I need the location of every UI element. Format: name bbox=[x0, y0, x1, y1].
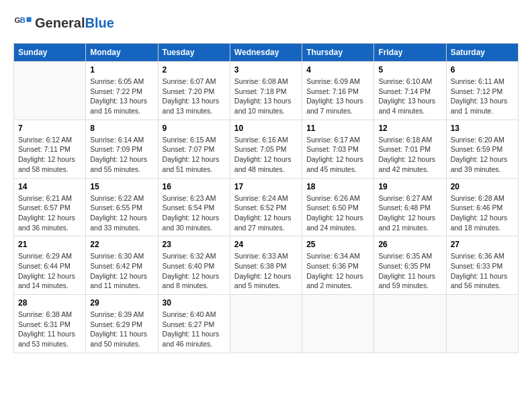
calendar-cell: 13Sunrise: 6:20 AMSunset: 6:59 PMDayligh… bbox=[446, 120, 518, 178]
header-day-wednesday: Wednesday bbox=[230, 44, 302, 62]
day-number: 30 bbox=[163, 298, 226, 308]
calendar-week-2: 7Sunrise: 6:12 AMSunset: 7:11 PMDaylight… bbox=[14, 120, 519, 178]
calendar-cell: 21Sunrise: 6:29 AMSunset: 6:44 PMDayligh… bbox=[14, 236, 86, 295]
calendar-cell: 3Sunrise: 6:08 AMSunset: 7:18 PMDaylight… bbox=[230, 62, 302, 120]
day-info: Sunrise: 6:24 AMSunset: 6:52 PMDaylight:… bbox=[234, 193, 298, 233]
calendar-cell bbox=[446, 295, 518, 353]
day-number: 26 bbox=[378, 240, 441, 249]
day-number: 23 bbox=[163, 240, 226, 249]
calendar-cell: 10Sunrise: 6:16 AMSunset: 7:05 PMDayligh… bbox=[230, 120, 302, 178]
calendar-cell: 27Sunrise: 6:36 AMSunset: 6:33 PMDayligh… bbox=[446, 236, 518, 295]
day-number: 12 bbox=[378, 124, 441, 133]
day-info: Sunrise: 6:27 AMSunset: 6:48 PMDaylight:… bbox=[378, 193, 441, 233]
calendar-cell: 25Sunrise: 6:34 AMSunset: 6:36 PMDayligh… bbox=[302, 236, 374, 295]
day-info: Sunrise: 6:33 AMSunset: 6:38 PMDaylight:… bbox=[234, 251, 298, 291]
calendar-cell: 14Sunrise: 6:21 AMSunset: 6:57 PMDayligh… bbox=[14, 178, 86, 236]
header-day-monday: Monday bbox=[86, 44, 158, 62]
calendar-cell: 8Sunrise: 6:14 AMSunset: 7:09 PMDaylight… bbox=[86, 120, 158, 178]
day-number: 27 bbox=[451, 240, 514, 249]
day-number: 5 bbox=[378, 65, 441, 75]
day-info: Sunrise: 6:15 AMSunset: 7:07 PMDaylight:… bbox=[163, 135, 226, 175]
calendar-week-3: 14Sunrise: 6:21 AMSunset: 6:57 PMDayligh… bbox=[14, 178, 519, 236]
header-day-saturday: Saturday bbox=[446, 44, 518, 62]
calendar-cell: 18Sunrise: 6:26 AMSunset: 6:50 PMDayligh… bbox=[302, 178, 374, 236]
day-info: Sunrise: 6:30 AMSunset: 6:42 PMDaylight:… bbox=[90, 251, 153, 291]
day-number: 22 bbox=[90, 240, 153, 249]
svg-text:G: G bbox=[14, 16, 20, 24]
day-info: Sunrise: 6:23 AMSunset: 6:54 PMDaylight:… bbox=[163, 193, 226, 233]
day-info: Sunrise: 6:20 AMSunset: 6:59 PMDaylight:… bbox=[451, 135, 514, 175]
calendar-week-1: 1Sunrise: 6:05 AMSunset: 7:22 PMDaylight… bbox=[14, 62, 519, 120]
day-info: Sunrise: 6:09 AMSunset: 7:16 PMDaylight:… bbox=[306, 77, 369, 116]
day-number: 20 bbox=[451, 182, 514, 191]
day-info: Sunrise: 6:12 AMSunset: 7:11 PMDaylight:… bbox=[18, 135, 81, 175]
calendar-week-4: 21Sunrise: 6:29 AMSunset: 6:44 PMDayligh… bbox=[14, 236, 519, 295]
calendar-cell: 16Sunrise: 6:23 AMSunset: 6:54 PMDayligh… bbox=[158, 178, 230, 236]
calendar-cell: 1Sunrise: 6:05 AMSunset: 7:22 PMDaylight… bbox=[86, 62, 158, 120]
day-number: 2 bbox=[163, 65, 226, 75]
day-info: Sunrise: 6:38 AMSunset: 6:31 PMDaylight:… bbox=[18, 310, 81, 349]
day-info: Sunrise: 6:14 AMSunset: 7:09 PMDaylight:… bbox=[90, 135, 153, 175]
day-number: 25 bbox=[306, 240, 369, 249]
calendar-cell: 15Sunrise: 6:22 AMSunset: 6:55 PMDayligh… bbox=[86, 178, 158, 236]
day-number: 6 bbox=[451, 65, 514, 75]
calendar-cell: 5Sunrise: 6:10 AMSunset: 7:14 PMDaylight… bbox=[374, 62, 446, 120]
day-number: 28 bbox=[18, 298, 81, 308]
day-number: 16 bbox=[163, 182, 226, 191]
calendar-cell: 29Sunrise: 6:39 AMSunset: 6:29 PMDayligh… bbox=[86, 295, 158, 353]
day-number: 8 bbox=[90, 124, 153, 133]
header-day-sunday: Sunday bbox=[14, 44, 86, 62]
day-number: 7 bbox=[18, 124, 81, 133]
day-number: 11 bbox=[306, 124, 369, 133]
calendar-cell: 6Sunrise: 6:11 AMSunset: 7:12 PMDaylight… bbox=[446, 62, 518, 120]
logo-text: GeneralBlue bbox=[35, 15, 114, 30]
calendar-cell: 17Sunrise: 6:24 AMSunset: 6:52 PMDayligh… bbox=[230, 178, 302, 236]
day-number: 21 bbox=[18, 240, 81, 249]
header-day-thursday: Thursday bbox=[302, 44, 374, 62]
calendar-cell: 23Sunrise: 6:32 AMSunset: 6:40 PMDayligh… bbox=[158, 236, 230, 295]
day-number: 24 bbox=[234, 240, 298, 249]
calendar-cell: 11Sunrise: 6:17 AMSunset: 7:03 PMDayligh… bbox=[302, 120, 374, 178]
day-number: 15 bbox=[90, 182, 153, 191]
logo-icon: G B bbox=[13, 13, 32, 32]
calendar-week-5: 28Sunrise: 6:38 AMSunset: 6:31 PMDayligh… bbox=[14, 295, 519, 353]
calendar-cell: 2Sunrise: 6:07 AMSunset: 7:20 PMDaylight… bbox=[158, 62, 230, 120]
calendar-cell: 26Sunrise: 6:35 AMSunset: 6:35 PMDayligh… bbox=[374, 236, 446, 295]
calendar-cell: 19Sunrise: 6:27 AMSunset: 6:48 PMDayligh… bbox=[374, 178, 446, 236]
day-info: Sunrise: 6:11 AMSunset: 7:12 PMDaylight:… bbox=[451, 77, 514, 116]
day-info: Sunrise: 6:08 AMSunset: 7:18 PMDaylight:… bbox=[234, 77, 298, 116]
day-info: Sunrise: 6:16 AMSunset: 7:05 PMDaylight:… bbox=[234, 135, 298, 175]
day-number: 4 bbox=[306, 65, 369, 75]
calendar-cell: 28Sunrise: 6:38 AMSunset: 6:31 PMDayligh… bbox=[14, 295, 86, 353]
day-number: 14 bbox=[18, 182, 81, 191]
calendar-cell: 22Sunrise: 6:30 AMSunset: 6:42 PMDayligh… bbox=[86, 236, 158, 295]
calendar-cell: 20Sunrise: 6:28 AMSunset: 6:46 PMDayligh… bbox=[446, 178, 518, 236]
calendar-cell: 30Sunrise: 6:40 AMSunset: 6:27 PMDayligh… bbox=[158, 295, 230, 353]
day-info: Sunrise: 6:26 AMSunset: 6:50 PMDaylight:… bbox=[306, 193, 369, 233]
calendar-cell bbox=[230, 295, 302, 353]
calendar-cell bbox=[374, 295, 446, 353]
calendar-cell: 9Sunrise: 6:15 AMSunset: 7:07 PMDaylight… bbox=[158, 120, 230, 178]
calendar-table: SundayMondayTuesdayWednesdayThursdayFrid… bbox=[13, 43, 519, 353]
day-info: Sunrise: 6:21 AMSunset: 6:57 PMDaylight:… bbox=[18, 193, 81, 233]
day-info: Sunrise: 6:05 AMSunset: 7:22 PMDaylight:… bbox=[90, 77, 153, 116]
calendar-cell: 12Sunrise: 6:18 AMSunset: 7:01 PMDayligh… bbox=[374, 120, 446, 178]
day-number: 18 bbox=[306, 182, 369, 191]
header-day-tuesday: Tuesday bbox=[158, 44, 230, 62]
calendar-cell bbox=[14, 62, 86, 120]
day-number: 13 bbox=[451, 124, 514, 133]
day-number: 3 bbox=[234, 65, 298, 75]
calendar-cell: 24Sunrise: 6:33 AMSunset: 6:38 PMDayligh… bbox=[230, 236, 302, 295]
day-info: Sunrise: 6:29 AMSunset: 6:44 PMDaylight:… bbox=[18, 251, 81, 291]
day-info: Sunrise: 6:39 AMSunset: 6:29 PMDaylight:… bbox=[90, 310, 153, 349]
page-header: G B GeneralBlue bbox=[13, 13, 519, 32]
day-info: Sunrise: 6:07 AMSunset: 7:20 PMDaylight:… bbox=[163, 77, 226, 116]
header-day-friday: Friday bbox=[374, 44, 446, 62]
day-number: 17 bbox=[234, 182, 298, 191]
day-number: 9 bbox=[163, 124, 226, 133]
day-info: Sunrise: 6:35 AMSunset: 6:35 PMDaylight:… bbox=[378, 251, 441, 291]
day-number: 19 bbox=[378, 182, 441, 191]
day-info: Sunrise: 6:34 AMSunset: 6:36 PMDaylight:… bbox=[306, 251, 369, 291]
day-info: Sunrise: 6:36 AMSunset: 6:33 PMDaylight:… bbox=[451, 251, 514, 291]
day-info: Sunrise: 6:32 AMSunset: 6:40 PMDaylight:… bbox=[163, 251, 226, 291]
